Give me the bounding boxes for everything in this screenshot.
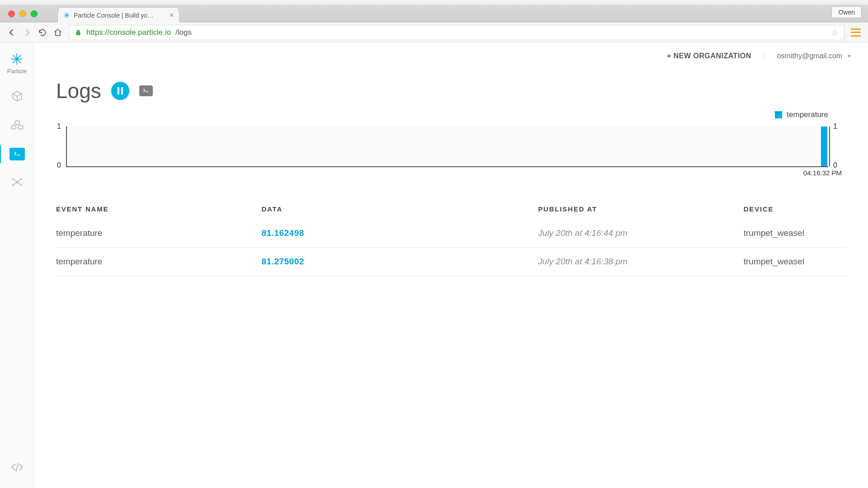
code-icon — [11, 461, 24, 474]
svg-line-5 — [13, 179, 17, 182]
cell-data: 81.275002 — [261, 257, 538, 267]
new-organization-button[interactable]: + NEW ORGANIZATION — [667, 52, 751, 60]
col-event-name: EVENT NAME — [56, 205, 261, 213]
window-close-button[interactable] — [8, 10, 15, 17]
app-viewport: ✳ Particle + NEW ORGANIZATION osmithy@gm… — [0, 42, 868, 488]
brand-label: Particle — [7, 68, 27, 75]
terminal-icon — [13, 150, 22, 158]
sidebar-item-ide[interactable] — [4, 459, 31, 475]
pause-stream-button[interactable] — [111, 82, 129, 100]
cell-published-at: July 20th at 4:16:44 pm — [538, 228, 743, 238]
browser-home-button[interactable] — [53, 28, 62, 37]
table-row[interactable]: temperature81.275002July 20th at 4:16:38… — [56, 248, 846, 276]
cubes-icon — [10, 119, 24, 133]
y-tick-top: 1 — [57, 122, 61, 131]
cell-device: trumpet_weasel — [744, 257, 846, 267]
close-tab-icon[interactable]: × — [170, 11, 174, 19]
browser-reload-button[interactable] — [38, 28, 47, 37]
svg-line-7 — [13, 182, 17, 185]
chart-plot-area[interactable]: 1 0 1 0 04:16:32 PM — [66, 127, 828, 167]
nodes-icon — [11, 176, 24, 188]
chart-bar[interactable] — [821, 127, 827, 166]
macos-titlebar — [0, 0, 868, 5]
table-header: EVENT NAME DATA PUBLISHED AT DEVICE — [56, 199, 846, 219]
sidebar-item-integrations[interactable] — [4, 174, 31, 190]
right-y-tick-bottom: 0 — [833, 161, 837, 169]
sidebar-item-logs[interactable] — [9, 148, 25, 160]
right-y-tick-top: 1 — [833, 122, 837, 131]
col-device: DEVICE — [744, 205, 846, 213]
terminal-small-icon — [142, 88, 150, 94]
pause-icon — [117, 87, 123, 94]
cell-device: trumpet_weasel — [744, 228, 846, 238]
url-path: /logs — [175, 28, 192, 37]
bookmark-star-icon[interactable]: ☆ — [830, 27, 839, 38]
svg-line-6 — [17, 179, 21, 182]
col-data: DATA — [261, 205, 538, 213]
browser-toolbar: https://console.particle.io/logs ☆ — [0, 23, 868, 42]
browser-back-button[interactable] — [7, 28, 16, 37]
svg-rect-9 — [118, 87, 119, 94]
account-email: osmithy@gmail.com — [777, 52, 842, 60]
window-controls — [0, 10, 44, 23]
window-zoom-button[interactable] — [31, 10, 38, 17]
url-host: https://console.particle.io — [86, 28, 171, 37]
terminal-view-button[interactable] — [139, 85, 153, 96]
cell-event-name: temperature — [56, 257, 261, 267]
cell-published-at: July 20th at 4:16:38 pm — [538, 257, 743, 267]
title-row: Logs — [56, 79, 846, 103]
address-bar[interactable]: https://console.particle.io/logs ☆ — [69, 25, 844, 40]
legend-swatch-icon — [775, 111, 782, 118]
divider — [764, 51, 764, 61]
y-tick-bottom: 0 — [57, 161, 61, 169]
legend-label: temperature — [787, 110, 828, 119]
particle-favicon-icon: ✳ — [63, 11, 70, 19]
account-menu[interactable]: osmithy@gmail.com ▼ — [777, 52, 852, 60]
table-row[interactable]: temperature81.162498July 20th at 4:16:44… — [56, 219, 846, 248]
browser-menu-button[interactable] — [851, 28, 861, 37]
events-chart: temperature 1 0 1 0 04:16:32 PM — [56, 127, 846, 181]
sidebar: ✳ Particle — [0, 42, 34, 488]
window-minimize-button[interactable] — [19, 10, 26, 17]
x-tick-label: 04:16:32 PM — [803, 169, 842, 177]
chart-legend: temperature — [775, 110, 828, 119]
sidebar-item-products[interactable] — [4, 118, 31, 134]
main-content: Logs temperature 1 0 1 0 04:16:32 PM — [34, 70, 868, 488]
tab-title: Particle Console | Build yo… — [74, 12, 166, 19]
browser-forward-button[interactable] — [23, 28, 32, 37]
browser-tab[interactable]: ✳ Particle Console | Build yo… × — [57, 7, 179, 23]
svg-line-8 — [17, 182, 21, 185]
chart-right-axis — [829, 127, 830, 166]
cell-event-name: temperature — [56, 228, 261, 238]
chevron-down-icon: ▼ — [847, 53, 852, 59]
lock-icon — [75, 29, 82, 36]
sidebar-item-devices[interactable] — [4, 88, 31, 104]
particle-logo-icon: ✳ — [7, 52, 27, 67]
browser-profile-button[interactable]: Owen — [831, 6, 862, 18]
topbar: + NEW ORGANIZATION osmithy@gmail.com ▼ — [34, 42, 868, 70]
cube-icon — [11, 90, 23, 102]
svg-rect-10 — [121, 87, 123, 94]
cell-data: 81.162498 — [261, 228, 538, 238]
browser-tabstrip: ✳ Particle Console | Build yo… × Owen — [0, 5, 868, 23]
brand-logo[interactable]: ✳ Particle — [7, 52, 27, 75]
events-table: EVENT NAME DATA PUBLISHED AT DEVICE temp… — [56, 199, 846, 276]
col-published: PUBLISHED AT — [538, 205, 743, 213]
page-title: Logs — [56, 79, 101, 103]
